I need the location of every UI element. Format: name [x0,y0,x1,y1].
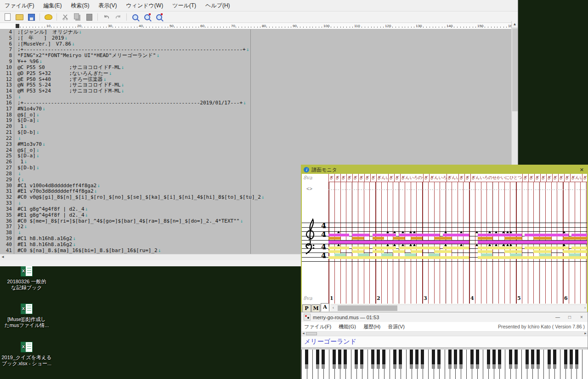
black-key[interactable] [487,350,490,369]
accent-triangle-icon [460,244,463,246]
scroll-up-arrow-icon[interactable]: ▲ [512,21,518,28]
black-key[interactable] [382,350,385,369]
ruler-tick [300,27,300,28]
score-tab-a[interactable]: A [321,303,329,311]
new-document-icon[interactable] [3,12,12,22]
scroll-left-arrow-icon[interactable]: ‹ [333,305,334,310]
black-key[interactable] [548,350,551,369]
black-key[interactable] [437,350,441,369]
black-key[interactable] [333,350,336,369]
black-key[interactable] [421,350,424,369]
scrollbar-thumb[interactable] [512,29,518,111]
zoom-search-jump-icon[interactable] [154,12,164,22]
ruler-label: 100 [323,24,329,28]
close-icon[interactable]: × [576,315,588,320]
editor-menu-item-4[interactable]: 表示(V) [98,2,117,10]
black-key[interactable] [509,350,512,369]
player-titlebar[interactable]: merry-go-round.mus — 01:53 — □ × [301,312,588,322]
line-text: #E1 h8.h16h8.a16g2 [17,242,72,248]
line-text: $[D-b] [17,130,36,136]
score-tab-m[interactable]: M [311,304,320,312]
close-icon[interactable]: ✕ [578,167,585,173]
black-key[interactable] [371,350,374,369]
slider-handle[interactable] [306,332,317,335]
accent-triangle-icon [563,244,565,246]
editor-menu-item-2[interactable]: 編集(E) [43,2,62,10]
white-key[interactable] [582,350,588,379]
black-key[interactable] [570,350,573,369]
line-text: ;+--------------------------------------… [17,100,243,106]
black-key[interactable] [492,350,496,369]
open-folder-icon[interactable] [15,12,24,22]
editor-menu-item-1[interactable]: ファイル(F) [5,2,34,10]
black-key[interactable] [531,350,534,369]
muse-cloth-icon[interactable] [44,12,53,22]
scrollbar-thumb[interactable] [338,305,397,311]
score-titlebar[interactable]: i 譜面モニタ ✕ [302,166,587,174]
desktop-icon-1[interactable]: X20180326 一般的な記録ブック [0,266,53,291]
zoom-search-add-icon[interactable] [142,12,152,22]
black-key[interactable] [399,350,402,369]
ruler-tick [494,27,495,28]
maximize-icon[interactable]: □ [564,315,576,320]
black-key[interactable] [338,350,341,369]
redo-icon[interactable] [113,12,123,22]
black-key[interactable] [526,350,529,369]
desktop-icon-3[interactable]: X2019_クイズを考えるブック.xlsx - ショー... [0,342,53,367]
black-key[interactable] [305,350,308,369]
ruler-tick [94,27,95,28]
black-key[interactable] [459,350,463,369]
slider-left-arrow-icon[interactable]: ◄ [302,332,305,335]
accent-triangle-icon [563,231,565,233]
black-key[interactable] [553,350,556,369]
desktop-icon-2[interactable]: X[Muse][淡]作成したmusファイル情... [0,304,53,328]
ruler-tick [374,27,374,28]
undo-icon[interactable] [102,12,111,22]
black-key[interactable] [575,350,578,369]
player-menu-item-4[interactable]: 音源(V) [388,323,405,330]
editor-menu-item-5[interactable]: ウィンドウ(W) [126,2,163,10]
black-key[interactable] [393,350,396,369]
slider-right-arrow-icon[interactable]: ► [584,332,587,335]
black-key[interactable] [410,350,413,369]
scroll-right-arrow-icon[interactable]: › [584,305,586,310]
cut-icon[interactable] [61,12,70,22]
ruler-tick [390,27,390,28]
player-seek-slider[interactable]: ◄ ► [301,332,588,336]
black-key[interactable] [322,350,325,369]
black-key[interactable] [514,350,518,369]
desktop-icon-label: 20180326 一般的 [0,279,53,285]
black-key[interactable] [344,350,347,369]
black-key[interactable] [470,350,474,369]
copy-icon[interactable] [73,12,82,22]
ruler-tick [439,27,439,28]
black-key[interactable] [377,350,380,369]
player-menu-item-2[interactable]: 機能(G) [339,323,356,330]
black-key[interactable] [448,350,452,369]
scroll-left-arrow-icon[interactable]: ◄ [1,255,5,259]
editor-menu-item-6[interactable]: ツール(T) [172,2,196,10]
black-key[interactable] [537,350,540,369]
zoom-search-icon[interactable] [130,12,140,22]
black-key[interactable] [316,350,319,369]
black-key[interactable] [360,350,363,369]
editor-menu-item-3[interactable]: 検索(S) [71,2,89,10]
ruler-tick [174,27,175,28]
player-menu-item-3[interactable]: 履歴(H) [363,323,380,330]
ruler-tick [506,27,507,28]
paste-icon[interactable] [85,12,94,22]
score-horizontal-scrollbar[interactable]: ‹ › [331,304,587,311]
player-menu-item-1[interactable]: ファイル(F) [304,323,331,330]
minimize-icon[interactable]: — [552,315,564,320]
editor-menu-item-7[interactable]: ヘルプ(H) [205,2,230,10]
black-key[interactable] [432,350,435,369]
black-key[interactable] [476,350,479,369]
black-key[interactable] [415,350,418,369]
black-key[interactable] [355,350,358,369]
save-file-icon[interactable] [27,12,36,22]
score-tab-p[interactable]: P [302,304,311,312]
newline-mark: ↓ [73,236,76,242]
black-key[interactable] [564,350,567,369]
black-key[interactable] [454,350,457,369]
black-key[interactable] [498,350,501,369]
